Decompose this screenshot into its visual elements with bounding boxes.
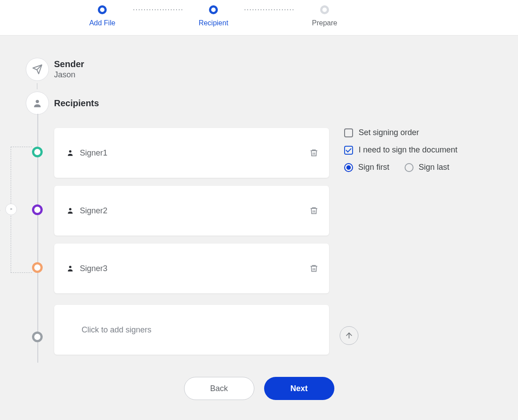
plane-icon: [32, 64, 43, 75]
chevron-up-icon: ⌃: [9, 209, 13, 212]
recipients-block: Recipients: [26, 92, 493, 115]
step-connector: [133, 9, 182, 10]
checkbox-unchecked-icon: [344, 128, 353, 137]
recipient-badge: [26, 92, 49, 115]
need-to-sign-option[interactable]: I need to sign the document: [344, 145, 458, 155]
option-label: I need to sign the document: [359, 145, 458, 155]
signer-marker-3[interactable]: [32, 262, 43, 273]
step-recipient[interactable]: Recipient: [182, 5, 245, 27]
svg-point-3: [69, 266, 71, 268]
signer-name: Signer1: [80, 148, 108, 158]
add-signer-marker: [32, 332, 43, 342]
radio-label: Sign first: [358, 163, 390, 172]
sender-heading: Sender: [54, 59, 84, 69]
sender-block: Sender Jason: [26, 58, 493, 81]
wizard-footer: Back Next: [26, 377, 493, 400]
options-panel: Set signing order I need to sign the doc…: [344, 128, 458, 180]
signer-name: Signer3: [80, 264, 108, 273]
back-button[interactable]: Back: [184, 377, 254, 400]
step-label: Prepare: [312, 19, 337, 27]
order-toggle[interactable]: ⌄ ⌃: [5, 204, 17, 215]
signer-card-1[interactable]: Signer1: [54, 128, 329, 178]
step-dot-icon: [209, 5, 218, 14]
option-label: Set signing order: [359, 128, 419, 137]
user-icon: [32, 98, 42, 108]
user-icon: [67, 149, 74, 156]
set-signing-order-option[interactable]: Set signing order: [344, 128, 458, 137]
signer-card-2[interactable]: Signer2: [54, 186, 329, 236]
step-prepare[interactable]: Prepare: [293, 5, 356, 27]
signer-marker-2[interactable]: [32, 204, 43, 215]
recipients-heading: Recipients: [54, 98, 99, 108]
step-dot-icon: [320, 5, 329, 14]
user-icon: [67, 265, 74, 272]
button-label: Next: [290, 384, 308, 393]
order-count: 3: [0, 205, 0, 214]
connector-line: [37, 83, 37, 89]
svg-point-2: [69, 208, 71, 210]
step-dot-icon: [98, 5, 107, 14]
main-canvas: Sender Jason Recipients 3 ⌄ ⌃: [0, 36, 518, 420]
sender-badge: [26, 58, 49, 81]
add-signer-label: Click to add signers: [82, 325, 152, 335]
radio-label: Sign last: [419, 163, 450, 172]
add-signer-card[interactable]: Click to add signers: [54, 305, 329, 355]
arrow-up-icon: [345, 331, 353, 340]
svg-point-1: [69, 150, 71, 152]
step-add-file[interactable]: Add File: [71, 5, 133, 27]
signer-marker-1[interactable]: [32, 147, 43, 157]
svg-point-0: [36, 100, 39, 103]
delete-signer-button[interactable]: [309, 148, 318, 157]
user-icon: [67, 207, 74, 214]
button-label: Back: [210, 384, 228, 393]
next-button[interactable]: Next: [264, 377, 334, 400]
progress-stepper: Add File Recipient Prepare: [0, 0, 518, 36]
sign-last-radio[interactable]: Sign last: [405, 163, 450, 172]
checkbox-checked-icon: [344, 146, 353, 155]
delete-signer-button[interactable]: [309, 206, 318, 215]
delete-signer-button[interactable]: [309, 264, 318, 273]
sender-name: Jason: [54, 70, 84, 80]
trash-icon: [309, 264, 318, 273]
step-label: Recipient: [199, 19, 229, 27]
step-connector: [245, 9, 293, 10]
sign-first-radio[interactable]: Sign first: [344, 163, 390, 172]
trash-icon: [309, 206, 318, 215]
radio-unselected-icon: [405, 163, 414, 172]
signer-card-3[interactable]: Signer3: [54, 244, 329, 293]
step-label: Add File: [89, 19, 116, 27]
trash-icon: [309, 148, 318, 157]
scroll-to-top-button[interactable]: [340, 326, 358, 345]
radio-selected-icon: [344, 163, 353, 172]
signer-name: Signer2: [80, 206, 108, 216]
